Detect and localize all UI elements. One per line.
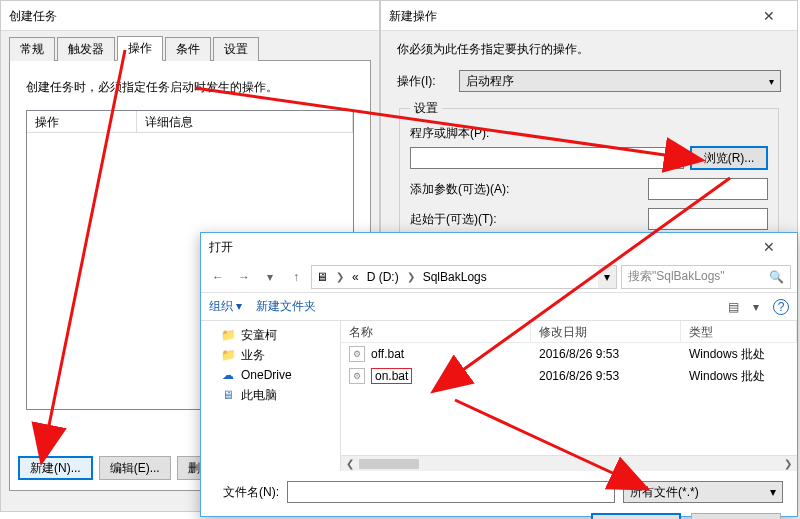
tree-item[interactable]: ☁OneDrive — [207, 365, 334, 385]
close-icon[interactable]: ✕ — [749, 1, 789, 31]
filename-input[interactable] — [287, 481, 615, 503]
file-row[interactable]: ⚙on.bat2016/8/26 9:53Windows 批处 — [341, 365, 797, 387]
tab-triggers[interactable]: 触发器 — [57, 37, 115, 61]
tree-item-label: OneDrive — [241, 368, 292, 382]
tab-conditions[interactable]: 条件 — [165, 37, 211, 61]
tab-general[interactable]: 常规 — [9, 37, 55, 61]
tree-item-label: 安童柯 — [241, 327, 277, 344]
create-task-titlebar: 创建任务 — [1, 1, 379, 31]
col-type[interactable]: 类型 — [681, 321, 797, 342]
folder-tree[interactable]: 📁安童柯📁业务☁OneDrive🖥此电脑 — [201, 321, 341, 471]
scroll-left-icon[interactable]: ❮ — [343, 458, 357, 469]
program-label: 程序或脚本(P): — [410, 125, 768, 142]
bat-file-icon: ⚙ — [349, 346, 365, 362]
browse-button[interactable]: 浏览(R)... — [690, 146, 768, 170]
settings-legend: 设置 — [410, 100, 442, 117]
folder-icon: 📁 — [221, 328, 235, 342]
file-row[interactable]: ⚙off.bat2016/8/26 9:53Windows 批处 — [341, 343, 797, 365]
h-scrollbar[interactable]: ❮ ❯ — [341, 455, 797, 471]
new-action-hint: 你必须为此任务指定要执行的操作。 — [397, 41, 781, 58]
crumb-dropdown[interactable]: ▾ — [598, 266, 616, 288]
tab-settings[interactable]: 设置 — [213, 37, 259, 61]
col-action[interactable]: 操作 — [27, 111, 137, 132]
pc-icon: 🖥 — [312, 270, 332, 284]
nav-forward-icon[interactable]: → — [233, 266, 255, 288]
action-type-combo[interactable]: 启动程序 ▾ — [459, 70, 781, 92]
action-settings-group: 设置 程序或脚本(P): 浏览(R)... 添加参数(可选)(A): 起始于(可… — [399, 100, 779, 239]
filename-label: 文件名(N): — [215, 484, 279, 501]
nav-recent-icon[interactable]: ▾ — [259, 266, 281, 288]
col-name[interactable]: 名称 — [341, 321, 531, 342]
file-name: off.bat — [371, 347, 404, 361]
addargs-input[interactable] — [648, 178, 768, 200]
action-type-value: 启动程序 — [466, 73, 514, 90]
new-action-window: 新建操作 ✕ 你必须为此任务指定要执行的操作。 操作(I): 启动程序 ▾ 设置… — [380, 0, 798, 250]
new-action-title: 新建操作 — [389, 1, 437, 31]
col-date[interactable]: 修改日期 — [531, 321, 681, 342]
search-icon: 🔍 — [769, 270, 784, 284]
filter-value: 所有文件(*.*) — [630, 484, 699, 501]
open-titlebar: 打开 ✕ — [201, 233, 797, 261]
scroll-right-icon[interactable]: ❯ — [781, 458, 795, 469]
crumb-folder[interactable]: SqlBakLogs — [419, 270, 491, 284]
new-action-button[interactable]: 新建(N)... — [18, 456, 93, 480]
new-action-body: 你必须为此任务指定要执行的操作。 操作(I): 启动程序 ▾ 设置 程序或脚本(… — [381, 31, 797, 249]
task-hint: 创建任务时，必须指定任务启动时发生的操作。 — [26, 79, 354, 96]
chevron-down-icon: ▾ — [769, 76, 774, 87]
breadcrumb[interactable]: 🖥 ❯ « D (D:) ❯ SqlBakLogs ▾ — [311, 265, 617, 289]
folder-icon: ☁ — [221, 368, 235, 382]
action-list-header: 操作 详细信息 — [27, 111, 353, 133]
file-list[interactable]: ⚙off.bat2016/8/26 9:53Windows 批处⚙on.bat2… — [341, 343, 797, 455]
nav-up-icon[interactable]: ↑ — [285, 266, 307, 288]
views-chevron-icon[interactable]: ▾ — [753, 300, 759, 314]
new-action-titlebar: 新建操作 ✕ — [381, 1, 797, 31]
file-date: 2016/8/26 9:53 — [531, 369, 681, 383]
open-button[interactable]: 打开(O) ▾ — [591, 513, 681, 519]
action-type-label: 操作(I): — [397, 73, 453, 90]
filetype-filter[interactable]: 所有文件(*.*) ▾ — [623, 481, 783, 503]
chevron-right-icon: ❯ — [403, 271, 419, 282]
search-placeholder: 搜索"SqlBakLogs" — [628, 268, 725, 285]
startin-input[interactable] — [648, 208, 768, 230]
create-task-title: 创建任务 — [9, 1, 57, 31]
folder-icon: 📁 — [221, 348, 235, 362]
startin-label: 起始于(可选)(T): — [410, 211, 642, 228]
new-folder-button[interactable]: 新建文件夹 — [256, 298, 316, 315]
view-icon[interactable]: ▤ — [728, 300, 739, 314]
help-icon[interactable]: ? — [773, 299, 789, 315]
folder-icon: 🖥 — [221, 388, 235, 402]
organize-menu[interactable]: 组织 ▾ — [209, 298, 242, 315]
cancel-button[interactable]: 取消 — [691, 513, 781, 519]
nav-back-icon[interactable]: ← — [207, 266, 229, 288]
tab-actions[interactable]: 操作 — [117, 36, 163, 61]
chevron-right-icon: ❯ — [332, 271, 348, 282]
tree-item[interactable]: 🖥此电脑 — [207, 385, 334, 405]
open-toolbar: 组织 ▾ 新建文件夹 ▤ ▾ ? — [201, 293, 797, 321]
file-pane: 名称 修改日期 类型 ⚙off.bat2016/8/26 9:53Windows… — [341, 321, 797, 471]
scroll-thumb[interactable] — [359, 459, 419, 469]
file-list-header: 名称 修改日期 类型 — [341, 321, 797, 343]
task-button-row: 新建(N)... 编辑(E)... 删 — [18, 456, 211, 480]
tree-item[interactable]: 📁业务 — [207, 345, 334, 365]
edit-action-button[interactable]: 编辑(E)... — [99, 456, 171, 480]
close-icon[interactable]: ✕ — [749, 232, 789, 262]
col-details[interactable]: 详细信息 — [137, 111, 353, 132]
open-bottom: 文件名(N): 所有文件(*.*) ▾ 打开(O) ▾ 取消 — [201, 471, 797, 519]
bat-file-icon: ⚙ — [349, 368, 365, 384]
file-type: Windows 批处 — [681, 346, 797, 363]
chevron-down-icon: ▾ — [770, 485, 776, 499]
file-date: 2016/8/26 9:53 — [531, 347, 681, 361]
open-title: 打开 — [209, 232, 233, 262]
file-name: on.bat — [371, 368, 412, 384]
addargs-label: 添加参数(可选)(A): — [410, 181, 642, 198]
file-type: Windows 批处 — [681, 368, 797, 385]
tree-item-label: 业务 — [241, 347, 265, 364]
search-input[interactable]: 搜索"SqlBakLogs" 🔍 — [621, 265, 791, 289]
task-tabs: 常规 触发器 操作 条件 设置 — [9, 37, 371, 61]
program-path-input[interactable] — [410, 147, 684, 169]
crumb-drive[interactable]: D (D:) — [363, 270, 403, 284]
open-file-dialog: 打开 ✕ ← → ▾ ↑ 🖥 ❯ « D (D:) ❯ SqlBakLogs ▾… — [200, 232, 798, 517]
tree-item[interactable]: 📁安童柯 — [207, 325, 334, 345]
open-nav: ← → ▾ ↑ 🖥 ❯ « D (D:) ❯ SqlBakLogs ▾ 搜索"S… — [201, 261, 797, 293]
tree-item-label: 此电脑 — [241, 387, 277, 404]
